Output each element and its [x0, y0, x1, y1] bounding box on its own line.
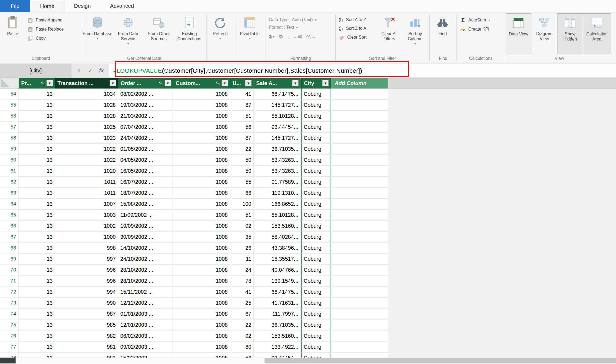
- cell-units[interactable]: 24: [230, 264, 254, 275]
- data-type-dropdown[interactable]: Data Type : Auto (Text) ▾: [269, 16, 331, 24]
- cell-sale_amount[interactable]: 93.44454...: [254, 122, 301, 133]
- formula-input[interactable]: =LOOKUPVALUE(Customer[City],Customer[Cus…: [109, 64, 616, 78]
- column-header-product[interactable]: Pr...▼: [19, 78, 55, 89]
- filter-dropdown-order[interactable]: ▼: [165, 80, 171, 86]
- cell-units[interactable]: 55: [230, 177, 254, 187]
- cell-customer[interactable]: 1008: [173, 253, 230, 264]
- cancel-button[interactable]: ×: [74, 66, 84, 76]
- cell-add-column[interactable]: [331, 144, 388, 155]
- cell-units[interactable]: 35: [230, 231, 254, 242]
- pivottable-button[interactable]: PivotTable ▾: [235, 13, 264, 54]
- cell-order[interactable]: 04/05/2002 ...: [118, 155, 173, 166]
- from-database-button[interactable]: From Database ▾: [82, 13, 113, 54]
- sort-by-column-button[interactable]: Sort by Column ▾: [402, 13, 428, 54]
- cell-transaction[interactable]: 1025: [55, 122, 118, 133]
- cell-city[interactable]: Coburg: [301, 187, 331, 198]
- cell-transaction[interactable]: 1023: [55, 133, 118, 144]
- from-data-service-button[interactable]: From Data Service ▾: [113, 13, 144, 54]
- cell-add-column[interactable]: [331, 286, 388, 297]
- row-number[interactable]: 58: [0, 133, 19, 144]
- cell-product[interactable]: 13: [19, 253, 55, 264]
- cell-add-column[interactable]: [331, 166, 388, 177]
- cell-units[interactable]: 56: [230, 122, 254, 133]
- cell-city[interactable]: Coburg: [301, 144, 331, 155]
- cell-customer[interactable]: 1008: [173, 308, 230, 319]
- cell-product[interactable]: 13: [19, 177, 55, 187]
- cell-product[interactable]: 13: [19, 166, 55, 177]
- cell-units[interactable]: 100: [230, 198, 254, 209]
- cell-product[interactable]: 13: [19, 242, 55, 253]
- cell-city[interactable]: Coburg: [301, 100, 331, 111]
- filter-dropdown-sale_amount[interactable]: ▼: [292, 80, 299, 86]
- cell-sale_amount[interactable]: 83.43263...: [254, 155, 301, 166]
- row-number[interactable]: 62: [0, 177, 19, 187]
- cell-customer[interactable]: 1008: [173, 242, 230, 253]
- name-box[interactable]: [City]: [0, 64, 71, 78]
- cell-sale_amount[interactable]: 153.5160...: [254, 220, 301, 231]
- insert-function-button[interactable]: fx: [97, 66, 106, 76]
- cell-product[interactable]: 13: [19, 198, 55, 209]
- paste-button[interactable]: Paste: [1, 13, 25, 54]
- accept-button[interactable]: ✓: [85, 66, 95, 76]
- cell-add-column[interactable]: [331, 264, 388, 275]
- cell-units[interactable]: 41: [230, 89, 254, 100]
- cell-units[interactable]: 50: [230, 155, 254, 166]
- cell-transaction[interactable]: 1011: [55, 187, 118, 198]
- cell-sale_amount[interactable]: 133.4922...: [254, 341, 301, 352]
- cell-customer[interactable]: 1008: [173, 111, 230, 122]
- row-number[interactable]: 73: [0, 297, 19, 308]
- cell-units[interactable]: 51: [230, 111, 254, 122]
- row-number[interactable]: 72: [0, 286, 19, 297]
- cell-transaction[interactable]: 985: [55, 319, 118, 330]
- cell-order[interactable]: 19/09/2002 ...: [118, 220, 173, 231]
- cell-add-column[interactable]: [331, 198, 388, 209]
- cell-sale_amount[interactable]: 18.35517...: [254, 253, 301, 264]
- cell-units[interactable]: 92: [230, 330, 254, 341]
- cell-units[interactable]: 26: [230, 242, 254, 253]
- cell-sale_amount[interactable]: 166.8652...: [254, 198, 301, 209]
- cell-transaction[interactable]: 1028: [55, 111, 118, 122]
- cell-city[interactable]: Coburg: [301, 155, 331, 166]
- cell-product[interactable]: 13: [19, 155, 55, 166]
- cell-order[interactable]: 28/10/2002 ...: [118, 264, 173, 275]
- cell-order[interactable]: 01/05/2002 ...: [118, 144, 173, 155]
- cell-order[interactable]: 06/02/2003 ...: [118, 330, 173, 341]
- cell-transaction[interactable]: 990: [55, 297, 118, 308]
- percent-format-button[interactable]: %: [279, 34, 283, 39]
- cell-city[interactable]: Coburg: [301, 220, 331, 231]
- cell-city[interactable]: Coburg: [301, 111, 331, 122]
- existing-connections-button[interactable]: Existing Connections: [174, 13, 205, 54]
- cell-transaction[interactable]: 981: [55, 341, 118, 352]
- paste-replace-button[interactable]: Paste Replace: [25, 25, 66, 34]
- row-number[interactable]: 64: [0, 198, 19, 209]
- cell-sale_amount[interactable]: 85.10128...: [254, 209, 301, 220]
- cell-sale_amount[interactable]: 110.1310...: [254, 187, 301, 198]
- cell-transaction[interactable]: 1022: [55, 144, 118, 155]
- format-dropdown[interactable]: Format : Text ▾: [269, 24, 331, 31]
- cell-sale_amount[interactable]: 36.71035...: [254, 144, 301, 155]
- cell-sale_amount[interactable]: 145.1727...: [254, 133, 301, 144]
- row-number[interactable]: 77: [0, 341, 19, 352]
- column-header-order[interactable]: Order ...▼: [118, 78, 173, 89]
- cell-add-column[interactable]: [331, 341, 388, 352]
- row-number[interactable]: 66: [0, 220, 19, 231]
- cell-order[interactable]: 14/10/2002 ...: [118, 242, 173, 253]
- row-number[interactable]: 74: [0, 308, 19, 319]
- cell-units[interactable]: 41: [230, 286, 254, 297]
- row-number[interactable]: 60: [0, 155, 19, 166]
- cell-product[interactable]: 13: [19, 308, 55, 319]
- row-number[interactable]: 69: [0, 253, 19, 264]
- cell-transaction[interactable]: 982: [55, 330, 118, 341]
- cell-add-column[interactable]: [331, 187, 388, 198]
- select-all-corner[interactable]: [0, 78, 19, 89]
- cell-customer[interactable]: 1008: [173, 155, 230, 166]
- cell-sale_amount[interactable]: 43.38496...: [254, 242, 301, 253]
- cell-add-column[interactable]: [331, 209, 388, 220]
- refresh-button[interactable]: Refresh ▾: [207, 13, 233, 54]
- cell-transaction[interactable]: 1003: [55, 209, 118, 220]
- column-header-transaction[interactable]: Transaction ...▼: [55, 78, 118, 89]
- cell-city[interactable]: Coburg: [301, 264, 331, 275]
- row-number[interactable]: 67: [0, 231, 19, 242]
- cell-customer[interactable]: 1008: [173, 341, 230, 352]
- cell-city[interactable]: Coburg: [301, 319, 331, 330]
